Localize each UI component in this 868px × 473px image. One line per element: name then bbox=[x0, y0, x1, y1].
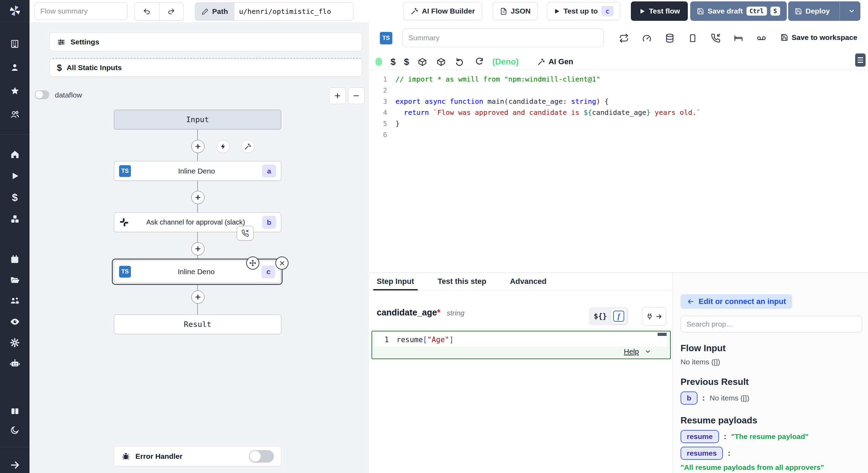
redo-button[interactable] bbox=[159, 3, 184, 20]
trigger-lightning-button[interactable] bbox=[217, 140, 230, 153]
connect-row: resumes: bbox=[681, 447, 868, 460]
code-line[interactable]: 2 bbox=[369, 85, 868, 96]
step-b-node[interactable]: Ask channel for approval (slack) b bbox=[114, 212, 281, 232]
zoom-in-button[interactable]: + bbox=[329, 87, 346, 104]
connect-row: No items ([]) bbox=[681, 358, 868, 366]
settings-gear-icon[interactable] bbox=[0, 335, 30, 350]
file-json-icon bbox=[500, 8, 507, 15]
row-value: No items ([]) bbox=[681, 358, 720, 366]
deploy-button[interactable]: Deploy bbox=[788, 2, 836, 20]
workers-users-gear-icon[interactable] bbox=[0, 293, 30, 309]
resources-boxes-icon[interactable] bbox=[0, 211, 30, 227]
connect-row: "All resume payloads from all approvers" bbox=[681, 463, 868, 472]
search-prop-input[interactable] bbox=[681, 316, 862, 332]
folders-icon[interactable] bbox=[0, 272, 30, 288]
connect-input-plug-button[interactable] bbox=[642, 307, 666, 326]
json-button[interactable]: JSON bbox=[493, 2, 538, 20]
path-value-input[interactable] bbox=[234, 3, 353, 20]
expand-arrow-icon[interactable] bbox=[0, 457, 30, 473]
test-flow-button[interactable]: Test flow bbox=[631, 1, 688, 21]
all-static-inputs-card[interactable]: $ All Static Inputs bbox=[50, 58, 362, 77]
favorites-star-icon[interactable] bbox=[0, 83, 30, 99]
javascript-mode-button[interactable]: f bbox=[611, 309, 626, 324]
ai-robot-icon[interactable] bbox=[0, 355, 30, 371]
prop-pill-resumes[interactable]: resumes bbox=[681, 447, 723, 460]
code-line[interactable]: 6 bbox=[369, 129, 868, 140]
mock-rectangle-icon[interactable] bbox=[686, 31, 700, 45]
editor-scrollbar-thumb[interactable] bbox=[658, 333, 667, 336]
expression-editor[interactable]: 1 resume["Age"] Help bbox=[372, 331, 671, 359]
suspend-phone-incoming-icon[interactable] bbox=[709, 31, 723, 45]
add-step-button[interactable] bbox=[191, 191, 205, 204]
reset-undo-icon[interactable] bbox=[455, 55, 465, 69]
groups-users-icon[interactable] bbox=[0, 107, 30, 123]
test-up-to-button[interactable]: Test up to c bbox=[547, 2, 620, 20]
prop-pill-resume[interactable]: resume bbox=[681, 430, 719, 443]
code-line[interactable]: 3export async function main(candidate_ag… bbox=[369, 96, 868, 107]
save-draft-button[interactable]: Save draft Ctrl S bbox=[690, 1, 787, 21]
add-step-button[interactable] bbox=[191, 290, 205, 304]
ai-flow-builder-button[interactable]: AI Flow Builder bbox=[403, 2, 482, 20]
deploy-dropdown-button[interactable] bbox=[843, 2, 860, 20]
user-icon[interactable] bbox=[0, 59, 30, 75]
dataflow-toggle[interactable] bbox=[35, 90, 49, 99]
reload-refresh-icon[interactable] bbox=[474, 55, 484, 69]
code-line[interactable]: 5} bbox=[369, 118, 868, 129]
save-to-workspace-button[interactable]: Save to workspace bbox=[781, 33, 857, 42]
early-stop-gauge-icon[interactable] bbox=[640, 31, 654, 45]
add-resource-dollar-icon[interactable]: $ bbox=[404, 57, 409, 67]
package-cube-icon[interactable] bbox=[436, 55, 446, 69]
tab-advanced[interactable]: Advanced bbox=[507, 273, 550, 290]
input-node[interactable]: Input bbox=[114, 110, 281, 129]
help-link[interactable]: Help bbox=[624, 347, 651, 356]
code-line[interactable]: 1// import * as wmill from "npm:windmill… bbox=[369, 74, 868, 85]
flow-settings-card[interactable]: Settings bbox=[50, 33, 362, 51]
windmill-logo[interactable] bbox=[0, 0, 30, 22]
path-chip[interactable]: Path bbox=[195, 3, 234, 20]
zoom-out-button[interactable]: − bbox=[348, 87, 365, 104]
step-summary-input[interactable] bbox=[402, 28, 604, 47]
ai-wand-button[interactable] bbox=[241, 140, 254, 153]
colon-separator: : bbox=[728, 449, 730, 457]
template-mode-button[interactable]: ${} bbox=[594, 312, 607, 320]
ai-gen-button[interactable]: AI Gen bbox=[537, 57, 573, 66]
variables-dollar-icon[interactable]: $ bbox=[0, 189, 30, 205]
deno-runtime-label[interactable]: (Deno) bbox=[492, 57, 519, 67]
tab-step-input[interactable]: Step Input bbox=[373, 273, 418, 290]
schedules-calendar-icon[interactable] bbox=[0, 251, 30, 267]
home-icon[interactable] bbox=[0, 146, 30, 162]
prop-pill-b[interactable]: b bbox=[681, 391, 698, 405]
ai-gen-label: AI Gen bbox=[549, 57, 573, 66]
package-cube-icon[interactable] bbox=[417, 55, 428, 69]
retry-repeat-icon[interactable] bbox=[617, 31, 631, 45]
add-variable-dollar-icon[interactable]: $ bbox=[391, 57, 395, 67]
theme-moon-icon[interactable] bbox=[0, 422, 30, 438]
library-book-icon[interactable] bbox=[855, 53, 866, 67]
error-handler-card[interactable]: Error Handler bbox=[114, 446, 281, 466]
flow-summary-input[interactable] bbox=[34, 2, 127, 20]
workspace-building-icon[interactable] bbox=[0, 36, 30, 52]
edit-or-connect-back-button[interactable]: Edit or connect an input bbox=[681, 294, 792, 309]
audit-eye-icon[interactable] bbox=[0, 314, 30, 330]
error-handler-toggle[interactable] bbox=[249, 450, 274, 463]
tab-test-this-step[interactable]: Test this step bbox=[434, 273, 490, 290]
cache-database-icon[interactable] bbox=[663, 31, 677, 45]
move-step-handle[interactable] bbox=[246, 256, 259, 270]
step-tabs: Step InputTest this stepAdvanced bbox=[369, 273, 673, 290]
code-line[interactable]: 4 return `Flow was approved and candidat… bbox=[369, 107, 868, 118]
result-node[interactable]: Result bbox=[114, 314, 281, 334]
mock-voicemail-icon[interactable] bbox=[754, 31, 768, 45]
undo-button[interactable] bbox=[135, 3, 159, 20]
add-step-button[interactable] bbox=[191, 140, 205, 153]
code-editor[interactable]: 1// import * as wmill from "npm:windmill… bbox=[369, 74, 868, 140]
suspend-phone-incoming-badge[interactable] bbox=[237, 226, 253, 240]
remove-step-button[interactable] bbox=[275, 256, 289, 270]
step-a-node[interactable]: TS Inline Deno a bbox=[114, 161, 281, 181]
docs-book-icon[interactable] bbox=[0, 403, 30, 419]
expression-line[interactable]: 1 resume["Age"] bbox=[375, 333, 667, 347]
expression-line-number: 1 bbox=[375, 336, 397, 344]
sleep-bed-icon[interactable] bbox=[732, 31, 745, 45]
runs-play-icon[interactable] bbox=[0, 168, 30, 184]
add-step-button[interactable] bbox=[191, 242, 205, 255]
field-name-label: candidate_age* bbox=[377, 307, 440, 318]
